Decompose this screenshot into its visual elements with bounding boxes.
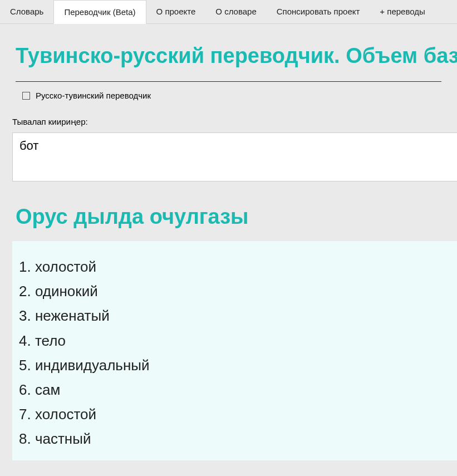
result-item: холостой bbox=[19, 254, 441, 279]
checkbox-icon[interactable] bbox=[22, 92, 30, 100]
result-item: сам bbox=[19, 377, 441, 402]
nav-item-0[interactable]: Словарь bbox=[0, 0, 53, 23]
reverse-checkbox-label: Русско-тувинский переводчик bbox=[36, 91, 151, 100]
result-item: одинокий bbox=[19, 279, 441, 303]
result-item: тело bbox=[19, 328, 441, 353]
result-item: неженатый bbox=[19, 303, 441, 328]
result-item: холостой bbox=[19, 402, 441, 426]
input-label: Тывалап киириңер: bbox=[0, 104, 457, 133]
page-title: Тувинско-русский переводчик. Объем баз bbox=[0, 24, 457, 81]
nav-item-4[interactable]: Спонсировать проект bbox=[267, 0, 370, 23]
results-title: Орус дылда очулгазы bbox=[0, 184, 457, 241]
nav-item-1[interactable]: Переводчик (Beta) bbox=[53, 0, 146, 24]
nav-item-5[interactable]: + переводы bbox=[370, 0, 435, 23]
results-panel: холостойодинокийнеженатыйтелоиндивидуаль… bbox=[12, 241, 457, 460]
top-nav: СловарьПереводчик (Beta)О проектеО слова… bbox=[0, 0, 457, 24]
nav-item-2[interactable]: О проекте bbox=[146, 0, 206, 23]
result-item: индивидуальный bbox=[19, 353, 441, 377]
result-item: частный bbox=[19, 426, 441, 451]
nav-item-3[interactable]: О словаре bbox=[205, 0, 266, 23]
results-list: холостойодинокийнеженатыйтелоиндивидуаль… bbox=[19, 254, 441, 452]
reverse-checkbox-row[interactable]: Русско-тувинский переводчик bbox=[0, 82, 457, 104]
translate-input[interactable] bbox=[12, 133, 457, 181]
